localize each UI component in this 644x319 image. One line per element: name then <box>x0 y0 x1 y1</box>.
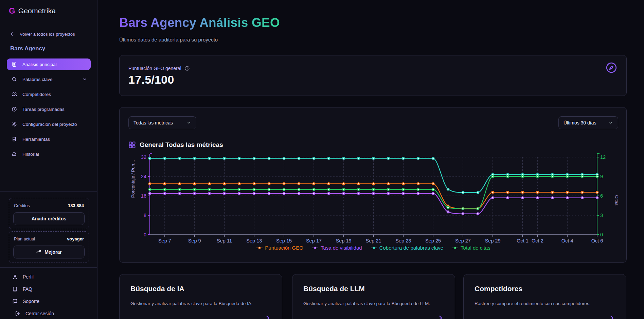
range-filter-value: Últimos 30 días <box>564 120 596 125</box>
svg-text:Oct 1: Oct 1 <box>517 238 529 244</box>
card-title: Búsqueda de IA <box>130 285 184 293</box>
upgrade-button[interactable]: Mejorar <box>13 246 85 258</box>
sidebar-item-perfil[interactable]: Perfil <box>12 273 54 281</box>
compass-icon[interactable] <box>605 62 618 74</box>
svg-text:16: 16 <box>141 193 146 199</box>
chevron-right-icon[interactable] <box>264 315 271 319</box>
legend-item[interactable]: Cobertura de palabras clave <box>371 245 443 251</box>
upgrade-label: Mejorar <box>44 249 62 255</box>
svg-text:Sep 19: Sep 19 <box>336 238 352 244</box>
project-name: Bars Agency <box>10 45 45 52</box>
card-description: Gestionar y analizar palabras clave para… <box>130 300 272 307</box>
sidebar-item-label: Tareas programadas <box>22 107 65 112</box>
sidebar-footer: Perfil FAQ Soporte Cerrar sesión <box>12 273 54 319</box>
svg-text:Sep 15: Sep 15 <box>276 238 292 244</box>
card-busqueda-ia[interactable]: Búsqueda de IA Gestionar y analizar pala… <box>119 274 282 319</box>
sidebar-item-label: Competidores <box>22 92 51 97</box>
sidebar-item-cerrar-sesion[interactable]: Cerrar sesión <box>15 309 54 318</box>
user-icon <box>12 274 18 280</box>
toolbox-icon <box>12 136 17 142</box>
svg-text:Sep 17: Sep 17 <box>306 238 322 244</box>
geo-score-value: 17.5/100 <box>128 73 174 86</box>
sidebar-item-faq[interactable]: FAQ <box>12 285 54 293</box>
sidebar-item-soporte[interactable]: Soporte <box>12 297 54 305</box>
gear-icon <box>12 121 17 127</box>
arrow-left-icon <box>10 31 16 37</box>
legend-marker-icon <box>256 246 263 250</box>
card-description: Rastree y compare el rendimiento con sus… <box>475 300 616 307</box>
plan-value: voyager <box>67 236 84 241</box>
svg-text:Citas: Citas <box>614 195 619 206</box>
sidebar-item-tareas-programadas[interactable]: Tareas programadas <box>7 103 91 115</box>
range-filter-dropdown[interactable]: Últimos 30 días <box>558 116 618 129</box>
page-subtitle: Últimos datos de auditoría para su proye… <box>119 37 218 43</box>
legend-marker-icon <box>312 246 318 250</box>
brand-logo-icon: G <box>9 7 15 15</box>
sidebar-footer-label: FAQ <box>23 286 32 292</box>
sidebar-item-label: Herramientas <box>22 137 50 142</box>
sidebar-nav: Análisis principal Palabras clave Compet… <box>7 58 91 163</box>
svg-text:Oct 6: Oct 6 <box>591 238 603 244</box>
svg-text:24: 24 <box>141 174 146 179</box>
legend-item[interactable]: Tasa de visibilidad <box>312 245 362 251</box>
svg-text:Sep 11: Sep 11 <box>217 238 232 244</box>
card-title: Búsqueda de LLM <box>303 285 365 293</box>
credits-value: 183 884 <box>68 203 84 208</box>
chevron-right-icon[interactable] <box>437 315 444 319</box>
metric-filter-value: Todas las métricas <box>133 120 173 125</box>
card-title: Competidores <box>475 285 522 293</box>
geo-score-card: Puntuación GEO general 17.5/100 <box>119 55 627 96</box>
svg-text:Sep 29: Sep 29 <box>485 238 501 244</box>
chevron-down-icon <box>608 120 613 125</box>
sidebar-item-palabras-clave[interactable]: Palabras clave <box>7 73 91 85</box>
legend-item[interactable]: Total de citas <box>452 245 490 251</box>
svg-text:Sep 13: Sep 13 <box>246 238 262 244</box>
sidebar-footer-label: Cerrar sesión <box>25 311 54 316</box>
chat-icon <box>12 299 18 304</box>
card-description: Gestionar y analizar palabras clave para… <box>303 300 445 307</box>
sidebar-item-historial[interactable]: Historial <box>7 148 91 160</box>
svg-text:9: 9 <box>600 174 603 179</box>
sidebar-divider <box>0 267 97 268</box>
archive-icon <box>12 151 17 157</box>
sidebar: G Geometrika Volver a todos los proyecto… <box>0 0 97 319</box>
back-to-projects-link[interactable]: Volver a todos los proyectos <box>10 31 75 37</box>
card-competidores[interactable]: Competidores Rastree y compare el rendim… <box>463 274 626 319</box>
legend-label: Tasa de visibilidad <box>321 245 362 251</box>
sidebar-item-configuracion[interactable]: Configuración del proyecto <box>7 118 91 130</box>
legend-item[interactable]: Puntuación GEO <box>256 245 303 251</box>
users-icon <box>12 91 17 97</box>
svg-text:Sep 27: Sep 27 <box>455 238 471 244</box>
svg-text:Sep 23: Sep 23 <box>395 238 411 244</box>
chevron-right-icon[interactable] <box>608 315 615 319</box>
main-content: Bars Agency Análisis GEO Últimos datos d… <box>97 0 644 319</box>
legend-marker-icon <box>452 246 458 250</box>
metric-filter-dropdown[interactable]: Todas las métricas <box>128 116 196 129</box>
plan-box: Plan actual voyager Mejorar <box>9 231 89 263</box>
credits-label: Créditos <box>14 203 30 208</box>
legend-label: Total de citas <box>461 245 490 251</box>
info-icon[interactable] <box>184 66 190 71</box>
sidebar-item-analisis-principal[interactable]: Análisis principal <box>7 58 91 70</box>
brand-name: Geometrika <box>18 7 56 15</box>
svg-text:32: 32 <box>141 154 146 160</box>
clock-icon <box>12 106 17 112</box>
book-icon <box>12 286 18 292</box>
chevron-down-icon[interactable] <box>82 77 87 82</box>
add-credits-button[interactable]: Añadir créditos <box>13 212 85 225</box>
sidebar-divider <box>0 191 97 192</box>
search-icon <box>12 77 17 82</box>
back-to-projects-label: Volver a todos los proyectos <box>20 32 75 37</box>
card-busqueda-llm[interactable]: Búsqueda de LLM Gestionar y analizar pal… <box>292 274 455 319</box>
svg-text:Oct 4: Oct 4 <box>561 238 573 244</box>
svg-text:3: 3 <box>600 213 603 218</box>
sidebar-item-herramientas[interactable]: Herramientas <box>7 133 91 145</box>
sidebar-item-label: Análisis principal <box>22 62 57 67</box>
chart-legend: Puntuación GEOTasa de visibilidadCobertu… <box>150 245 597 251</box>
sidebar-item-competidores[interactable]: Competidores <box>7 88 91 100</box>
chevron-down-icon <box>186 120 191 125</box>
sidebar-item-label: Configuración del proyecto <box>22 122 77 127</box>
brand-logo: G Geometrika <box>9 7 56 15</box>
svg-text:8: 8 <box>144 213 146 218</box>
legend-label: Puntuación GEO <box>265 245 303 251</box>
